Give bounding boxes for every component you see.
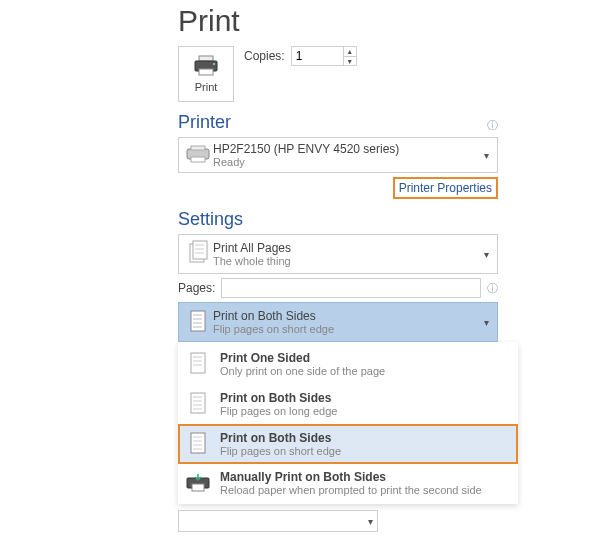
printer-device-icon (185, 145, 211, 165)
copies-control: Copies: ▲ ▼ (244, 46, 357, 66)
duplex-dropdown[interactable]: Print on Both Sides Flip pages on short … (178, 302, 498, 342)
duplex-option-long-edge[interactable]: Print on Both Sides Flip pages on long e… (178, 384, 518, 424)
svg-point-3 (213, 63, 215, 65)
duplex-option-one-sided[interactable]: Print One Sided Only print on one side o… (178, 344, 518, 384)
duplex-option-manual[interactable]: Manually Print on Both Sides Reload pape… (178, 464, 518, 502)
print-button[interactable]: Print (178, 46, 234, 102)
svg-rect-21 (191, 393, 205, 413)
print-panel: Print Print Copies: ▲ ▼ Printer ⓘ (178, 4, 498, 536)
svg-rect-12 (191, 311, 205, 331)
printer-icon (193, 55, 219, 77)
pages-row: Pages: ⓘ (178, 278, 498, 298)
document-icon (186, 350, 210, 378)
copies-spin-down[interactable]: ▼ (343, 56, 357, 66)
chevron-down-icon: ▾ (480, 317, 493, 328)
svg-rect-26 (191, 433, 205, 453)
copies-spin-up[interactable]: ▲ (343, 46, 357, 56)
svg-rect-0 (199, 56, 213, 61)
copies-input[interactable] (291, 46, 343, 66)
svg-rect-2 (199, 69, 213, 75)
printer-status: Ready (213, 156, 480, 168)
page-title: Print (178, 4, 498, 38)
document-icon (186, 430, 210, 458)
document-duplex-icon (186, 308, 210, 336)
svg-rect-8 (193, 241, 207, 259)
chevron-down-icon: ▾ (368, 516, 373, 527)
svg-rect-6 (191, 146, 205, 150)
printer-name: HP2F2150 (HP ENVY 4520 series) (213, 142, 480, 156)
svg-rect-5 (191, 157, 205, 162)
info-icon[interactable]: ⓘ (487, 281, 498, 296)
pages-label: Pages: (178, 281, 215, 295)
info-icon[interactable]: ⓘ (487, 118, 498, 133)
duplex-menu: Print One Sided Only print on one side o… (178, 342, 518, 504)
printer-heading: Printer ⓘ (178, 112, 498, 133)
printer-dropdown[interactable]: HP2F2150 (HP ENVY 4520 series) Ready ▾ (178, 137, 498, 173)
printer-manual-icon (185, 472, 211, 494)
printer-properties-link[interactable]: Printer Properties (393, 177, 498, 199)
chevron-down-icon: ▾ (480, 249, 493, 260)
settings-heading: Settings (178, 209, 498, 230)
print-button-label: Print (195, 81, 218, 93)
print-range-dropdown[interactable]: Print All Pages The whole thing ▾ (178, 234, 498, 274)
svg-rect-17 (191, 353, 205, 373)
copies-label: Copies: (244, 49, 285, 63)
svg-rect-32 (192, 484, 204, 491)
print-row: Print Copies: ▲ ▼ (178, 46, 498, 102)
pages-input[interactable] (221, 278, 481, 298)
document-stack-icon (186, 240, 210, 268)
duplex-option-short-edge[interactable]: Print on Both Sides Flip pages on short … (178, 424, 518, 464)
document-icon (186, 390, 210, 418)
chevron-down-icon: ▾ (480, 150, 493, 161)
collapsed-dropdown[interactable]: ▾ (178, 510, 378, 532)
